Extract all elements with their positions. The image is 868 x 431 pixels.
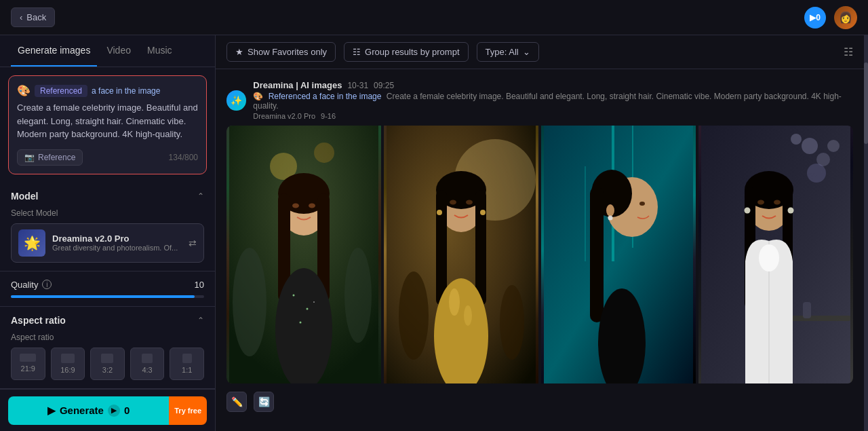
scrollbar[interactable] [864, 35, 868, 431]
layout-toggle-button[interactable]: ☷ [844, 45, 853, 58]
back-button[interactable]: ‹ Back [11, 7, 55, 27]
aspect-ratio-header: Aspect ratio ⌃ [11, 315, 204, 326]
generate-area: ▶ Generate ▶ 0 Try free [0, 390, 215, 432]
sidebar: Generate images Video Music 🎨 Referenced… [0, 35, 216, 431]
aspect-ratio-title: Aspect ratio [11, 315, 66, 326]
generate-area-wrapper: ▶ Generate ▶ 0 Try free [0, 389, 215, 432]
image-cell-4[interactable] [698, 126, 853, 383]
type-filter-button[interactable]: Type: All ⌄ [477, 42, 539, 62]
scrollbar-thumb [864, 62, 868, 144]
avatar-image: 👩 [839, 11, 852, 24]
prompt-tag-text: a face in the image [92, 86, 160, 96]
quality-slider[interactable] [11, 295, 204, 298]
image-cell-3[interactable] [541, 126, 696, 383]
image-cell-1[interactable] [226, 126, 381, 383]
image-1-svg [226, 126, 381, 383]
svg-point-61 [788, 208, 794, 214]
ar-3-2-button[interactable]: 3:2 [90, 348, 125, 380]
result-header: ✨ Dreamina | AI images 10-31 09:25 🎨 Ref… [226, 80, 853, 120]
reference-icon: 📷 [24, 153, 35, 162]
svg-rect-28 [475, 190, 486, 305]
svg-point-62 [757, 200, 764, 205]
quality-info-icon[interactable]: i [42, 280, 52, 289]
result-footer: ✏️ 🔄 [226, 389, 853, 415]
model-switch-icon[interactable]: ⇄ [189, 238, 197, 248]
tab-music[interactable]: Music [140, 35, 179, 67]
svg-point-19 [292, 204, 299, 208]
image-3-svg [541, 126, 696, 383]
main-layout: Generate images Video Music 🎨 Referenced… [0, 35, 868, 431]
model-title: Model [11, 191, 38, 202]
ar-1-1-icon [182, 354, 192, 363]
avatar[interactable]: 👩 [834, 6, 857, 29]
svg-point-45 [606, 204, 614, 217]
result-title: Dreamina | AI images [253, 80, 342, 90]
try-free-label: Try free [174, 407, 201, 415]
model-desc: Great diversity and photorealism. Of... [52, 244, 182, 252]
reference-button[interactable]: 📷 Reference [17, 149, 83, 166]
svg-point-63 [774, 200, 781, 205]
prompt-footer: 📷 Reference 134/800 [17, 149, 198, 166]
result-meta: Dreamina | AI images 10-31 09:25 🎨 Refer… [253, 80, 853, 120]
sidebar-tabs: Generate images Video Music [0, 35, 215, 67]
chevron-down-icon: ⌄ [523, 47, 530, 57]
aspect-ratio-label: Aspect ratio [11, 333, 204, 342]
svg-point-35 [480, 210, 486, 215]
svg-point-8 [233, 248, 267, 356]
tab-video[interactable]: Video [100, 35, 138, 67]
ar-21-9-button[interactable]: 21:9 [11, 348, 45, 380]
model-thumbnail: 🌟 [18, 229, 45, 257]
model-card[interactable]: 🌟 Dreamina v2.0 Pro Great diversity and … [11, 223, 204, 263]
ar-4-3-icon [142, 354, 153, 363]
result-avatar: ✨ [226, 90, 246, 111]
show-favorites-label: Show Favorites only [248, 47, 327, 57]
group-results-button[interactable]: ☷ Group results by prompt [344, 42, 468, 62]
image-cell-2[interactable] [384, 126, 538, 383]
svg-point-17 [300, 322, 302, 324]
ar-16-9-button[interactable]: 16:9 [51, 348, 85, 380]
refresh-button[interactable]: 🔄 [254, 392, 274, 412]
grid-icon: ☷ [844, 46, 853, 58]
svg-rect-1 [61, 354, 75, 363]
star-icon: ★ [235, 47, 243, 57]
svg-point-23 [399, 271, 429, 360]
tab-generate[interactable]: Generate images [11, 35, 97, 67]
svg-rect-3 [142, 354, 153, 363]
quality-header: Quality i 10 [11, 280, 204, 290]
ar-4-3-button[interactable]: 4:3 [130, 348, 165, 380]
ar-1-1-button[interactable]: 1:1 [170, 348, 204, 380]
quality-section: Quality i 10 [0, 271, 215, 307]
prompt-area[interactable]: 🎨 Referenced a face in the image Create … [8, 75, 207, 174]
notification-badge[interactable]: ▶ 0 [804, 7, 826, 29]
prompt-tag-row: 🎨 Referenced a face in the image [17, 84, 198, 97]
generate-count-icon: ▶ [108, 405, 120, 417]
reference-label: Reference [38, 153, 75, 162]
svg-rect-27 [436, 190, 447, 305]
content-toolbar: ★ Show Favorites only ☷ Group results by… [216, 35, 864, 69]
svg-rect-39 [585, 166, 586, 261]
model-chevron-icon: ⌃ [197, 191, 204, 201]
aspect-ratio-chevron-icon: ⌃ [197, 316, 204, 325]
generate-button[interactable]: ▶ Generate ▶ 0 [8, 396, 169, 425]
result-group: ✨ Dreamina | AI images 10-31 09:25 🎨 Ref… [226, 80, 853, 415]
svg-point-24 [500, 285, 524, 360]
svg-rect-42 [590, 187, 604, 322]
svg-point-31 [464, 305, 472, 326]
referenced-tag: Referenced [35, 85, 87, 97]
svg-rect-2 [101, 354, 113, 363]
result-avatar-icon: ✨ [231, 95, 242, 106]
results-area: ✨ Dreamina | AI images 10-31 09:25 🎨 Ref… [216, 69, 864, 431]
try-free-badge[interactable]: Try free [169, 396, 207, 425]
aspect-ratio-grid: 21:9 16:9 3:2 4:3 1:1 [11, 348, 204, 380]
generate-label: Generate [60, 405, 104, 416]
char-count: 134/800 [169, 153, 198, 162]
svg-point-20 [309, 204, 315, 208]
result-date: 10-31 [347, 81, 368, 90]
show-favorites-button[interactable]: ★ Show Favorites only [226, 42, 336, 62]
ar-16-9-icon [61, 354, 75, 363]
edit-button[interactable]: ✏️ [226, 392, 247, 412]
model-name: Dreamina v2.0 Pro [52, 233, 182, 244]
quality-slider-fill [11, 295, 195, 298]
generate-icon: ▶ [47, 405, 56, 417]
svg-point-7 [314, 143, 334, 163]
